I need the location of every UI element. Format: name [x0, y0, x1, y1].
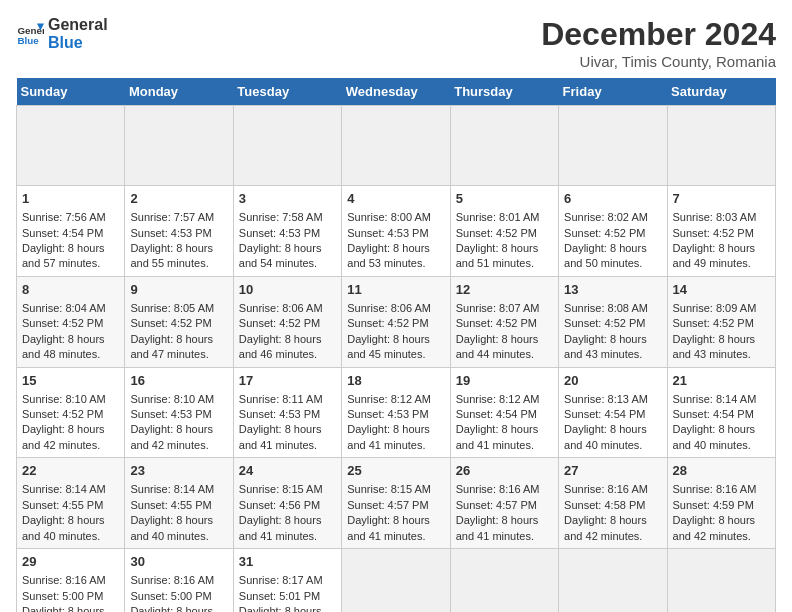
calendar-cell: 9Sunrise: 8:05 AMSunset: 4:52 PMDaylight…	[125, 276, 233, 367]
day-info: Daylight: 8 hours	[22, 332, 119, 347]
calendar-cell: 12Sunrise: 8:07 AMSunset: 4:52 PMDayligh…	[450, 276, 558, 367]
day-info: Sunset: 5:00 PM	[22, 589, 119, 604]
calendar-cell: 15Sunrise: 8:10 AMSunset: 4:52 PMDayligh…	[17, 367, 125, 458]
day-info: Sunrise: 8:01 AM	[456, 210, 553, 225]
day-info: and 42 minutes.	[673, 529, 770, 544]
day-info: Daylight: 8 hours	[130, 332, 227, 347]
day-info: Sunset: 4:53 PM	[239, 226, 336, 241]
day-info: Sunrise: 8:09 AM	[673, 301, 770, 316]
day-number: 23	[130, 462, 227, 480]
calendar-cell: 17Sunrise: 8:11 AMSunset: 4:53 PMDayligh…	[233, 367, 341, 458]
day-info: and 46 minutes.	[239, 347, 336, 362]
day-info: Sunrise: 8:04 AM	[22, 301, 119, 316]
day-info: Sunrise: 8:10 AM	[22, 392, 119, 407]
calendar-cell: 14Sunrise: 8:09 AMSunset: 4:52 PMDayligh…	[667, 276, 775, 367]
day-info: Sunrise: 8:16 AM	[673, 482, 770, 497]
calendar-cell: 27Sunrise: 8:16 AMSunset: 4:58 PMDayligh…	[559, 458, 667, 549]
day-info: and 40 minutes.	[130, 529, 227, 544]
day-header-wednesday: Wednesday	[342, 78, 450, 106]
calendar-cell	[667, 106, 775, 186]
day-info: and 40 minutes.	[22, 529, 119, 544]
day-info: Daylight: 8 hours	[130, 604, 227, 612]
calendar-cell: 5Sunrise: 8:01 AMSunset: 4:52 PMDaylight…	[450, 186, 558, 277]
day-info: Daylight: 8 hours	[22, 513, 119, 528]
day-info: Sunrise: 8:17 AM	[239, 573, 336, 588]
day-info: Daylight: 8 hours	[673, 241, 770, 256]
day-info: Sunrise: 7:58 AM	[239, 210, 336, 225]
day-number: 26	[456, 462, 553, 480]
calendar-week-3: 8Sunrise: 8:04 AMSunset: 4:52 PMDaylight…	[17, 276, 776, 367]
day-info: Sunset: 5:01 PM	[239, 589, 336, 604]
day-number: 24	[239, 462, 336, 480]
day-info: and 45 minutes.	[347, 347, 444, 362]
day-info: Sunset: 4:59 PM	[673, 498, 770, 513]
day-info: Sunrise: 7:57 AM	[130, 210, 227, 225]
day-info: Sunrise: 8:08 AM	[564, 301, 661, 316]
calendar-week-4: 15Sunrise: 8:10 AMSunset: 4:52 PMDayligh…	[17, 367, 776, 458]
day-info: and 42 minutes.	[564, 529, 661, 544]
day-header-friday: Friday	[559, 78, 667, 106]
day-info: Daylight: 8 hours	[22, 422, 119, 437]
day-info: Sunset: 4:53 PM	[130, 407, 227, 422]
day-info: Sunrise: 8:15 AM	[239, 482, 336, 497]
day-info: Sunset: 4:54 PM	[564, 407, 661, 422]
calendar-cell: 11Sunrise: 8:06 AMSunset: 4:52 PMDayligh…	[342, 276, 450, 367]
day-number: 21	[673, 372, 770, 390]
calendar-cell	[125, 106, 233, 186]
day-number: 1	[22, 190, 119, 208]
day-info: Daylight: 8 hours	[347, 332, 444, 347]
day-info: and 40 minutes.	[673, 438, 770, 453]
day-number: 3	[239, 190, 336, 208]
day-info: Sunset: 4:54 PM	[22, 226, 119, 241]
calendar-cell: 20Sunrise: 8:13 AMSunset: 4:54 PMDayligh…	[559, 367, 667, 458]
day-info: and 41 minutes.	[456, 529, 553, 544]
day-header-thursday: Thursday	[450, 78, 558, 106]
day-info: Sunset: 4:52 PM	[673, 226, 770, 241]
calendar-cell	[342, 106, 450, 186]
day-number: 31	[239, 553, 336, 571]
calendar-cell: 21Sunrise: 8:14 AMSunset: 4:54 PMDayligh…	[667, 367, 775, 458]
day-info: Sunrise: 8:13 AM	[564, 392, 661, 407]
day-info: and 53 minutes.	[347, 256, 444, 271]
logo: General Blue General Blue	[16, 16, 108, 52]
calendar-cell: 1Sunrise: 7:56 AMSunset: 4:54 PMDaylight…	[17, 186, 125, 277]
day-number: 25	[347, 462, 444, 480]
day-number: 12	[456, 281, 553, 299]
day-info: Sunset: 4:58 PM	[564, 498, 661, 513]
day-info: Daylight: 8 hours	[347, 513, 444, 528]
day-info: Daylight: 8 hours	[130, 241, 227, 256]
calendar-cell: 10Sunrise: 8:06 AMSunset: 4:52 PMDayligh…	[233, 276, 341, 367]
day-info: Daylight: 8 hours	[22, 241, 119, 256]
logo-icon: General Blue	[16, 20, 44, 48]
header: General Blue General Blue December 2024 …	[16, 16, 776, 70]
day-header-saturday: Saturday	[667, 78, 775, 106]
day-info: Sunset: 4:57 PM	[456, 498, 553, 513]
day-info: Sunrise: 8:02 AM	[564, 210, 661, 225]
title-area: December 2024 Uivar, Timis County, Roman…	[541, 16, 776, 70]
day-info: Daylight: 8 hours	[564, 332, 661, 347]
calendar-body: 1Sunrise: 7:56 AMSunset: 4:54 PMDaylight…	[17, 106, 776, 613]
day-info: Sunset: 4:52 PM	[347, 316, 444, 331]
day-info: Daylight: 8 hours	[564, 513, 661, 528]
day-info: Sunrise: 8:11 AM	[239, 392, 336, 407]
day-info: Sunset: 4:55 PM	[130, 498, 227, 513]
day-info: and 43 minutes.	[564, 347, 661, 362]
day-info: and 55 minutes.	[130, 256, 227, 271]
day-info: Sunrise: 8:14 AM	[673, 392, 770, 407]
day-info: Sunset: 4:52 PM	[673, 316, 770, 331]
day-info: Sunset: 4:53 PM	[130, 226, 227, 241]
calendar-cell	[559, 106, 667, 186]
calendar-cell	[233, 106, 341, 186]
day-number: 28	[673, 462, 770, 480]
day-info: Daylight: 8 hours	[22, 604, 119, 612]
day-number: 14	[673, 281, 770, 299]
day-info: Sunset: 4:52 PM	[130, 316, 227, 331]
day-number: 27	[564, 462, 661, 480]
day-number: 9	[130, 281, 227, 299]
day-number: 22	[22, 462, 119, 480]
day-info: Daylight: 8 hours	[456, 332, 553, 347]
day-info: Sunrise: 8:12 AM	[456, 392, 553, 407]
day-number: 8	[22, 281, 119, 299]
day-info: Daylight: 8 hours	[456, 513, 553, 528]
day-info: and 41 minutes.	[239, 438, 336, 453]
